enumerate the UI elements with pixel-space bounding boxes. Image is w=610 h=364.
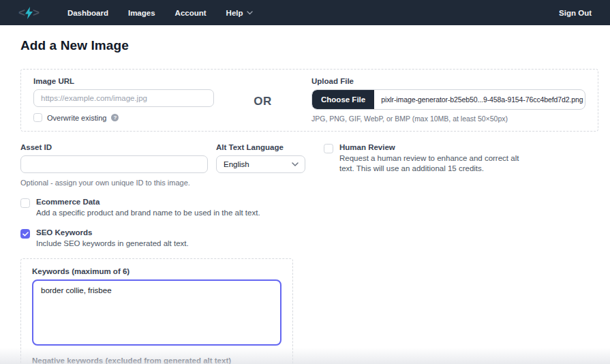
seo-keywords-text: SEO Keywords Include SEO keywords in gen… — [36, 228, 189, 249]
asset-id-input[interactable] — [20, 155, 208, 173]
ecommerce-text: Ecommerce Data Add a specific product an… — [36, 198, 260, 218]
nav-item-help[interactable]: Help — [226, 9, 253, 17]
nav-item-help-label: Help — [226, 9, 243, 17]
nav-item-dashboard[interactable]: Dashboard — [67, 9, 108, 17]
image-source-panel: Image URL Overwrite existing ? OR Upload… — [20, 69, 598, 132]
nav-item-dashboard-label: Dashboard — [67, 9, 108, 17]
keywords-textarea[interactable]: border collie, frisbee — [32, 279, 281, 346]
upload-file-label: Upload File — [311, 77, 585, 85]
upload-file-column: Upload File Choose File pixlr-image-gene… — [311, 77, 585, 123]
asset-id-column: Asset ID Optional - assign your own uniq… — [20, 143, 208, 187]
main-content: Add a New Image Image URL Overwrite exis… — [20, 38, 598, 249]
human-review-section: Human Review Request a human review to e… — [324, 143, 525, 174]
ecommerce-description: Add a specific product and brand name to… — [36, 208, 260, 218]
page-title: Add a New Image — [20, 38, 598, 53]
asset-language-row: Asset ID Optional - assign your own uniq… — [20, 143, 598, 187]
file-upload-control: Choose File pixlr-image-generator-b25eb5… — [311, 89, 585, 110]
nav-item-images[interactable]: Images — [128, 9, 155, 17]
overwrite-existing-checkbox[interactable] — [33, 113, 42, 122]
image-url-input[interactable] — [33, 89, 214, 107]
sign-out-label: Sign Out — [559, 9, 592, 17]
ecommerce-checkbox[interactable] — [20, 198, 30, 208]
language-select[interactable]: English — [216, 155, 305, 173]
seo-keywords-section: SEO Keywords Include SEO keywords in gen… — [20, 228, 598, 249]
negative-keywords-label: Negative keywords (excluded from generat… — [32, 357, 281, 364]
right-bracket-glyph: > — [33, 7, 40, 18]
language-label: Alt Text Language — [216, 143, 305, 151]
language-selected-value: English — [224, 160, 249, 168]
human-review-text: Human Review Request a human review to e… — [339, 143, 525, 174]
human-review-description: Request a human review to enhance and co… — [339, 153, 525, 174]
seo-keywords-description: Include SEO keywords in generated alt te… — [36, 239, 189, 249]
ecommerce-label: Ecommerce Data — [36, 198, 260, 206]
selected-filename: pixlr-image-generator-b25eb50...9-458a-9… — [374, 90, 585, 109]
asset-id-help: Optional - assign your own unique ID to … — [20, 179, 208, 187]
language-column: Alt Text Language English — [216, 143, 305, 173]
overwrite-existing-label: Overwrite existing — [47, 114, 106, 122]
ecommerce-section: Ecommerce Data Add a specific product an… — [20, 198, 598, 218]
upload-format-help: JPG, PNG, GIF, WebP, or BMP (max 10MB, a… — [311, 115, 585, 123]
nav-links: Dashboard Images Account Help — [67, 9, 253, 17]
select-chevron-icon — [292, 162, 299, 166]
help-question-icon[interactable]: ? — [111, 114, 119, 121]
seo-keywords-checkbox[interactable] — [20, 229, 30, 239]
keywords-panel: Keywords (maximum of 6) border collie, f… — [20, 258, 293, 364]
nav-item-account-label: Account — [175, 9, 207, 17]
choose-file-button[interactable]: Choose File — [312, 90, 374, 109]
or-divider: OR — [214, 77, 311, 108]
seo-keywords-label: SEO Keywords — [36, 228, 189, 237]
human-review-label: Human Review — [339, 143, 525, 151]
chevron-down-icon — [247, 11, 253, 15]
human-review-checkbox[interactable] — [324, 144, 333, 153]
image-url-label: Image URL — [33, 77, 214, 85]
nav-item-images-label: Images — [128, 9, 155, 17]
keywords-label: Keywords (maximum of 6) — [32, 267, 281, 275]
overwrite-existing-row: Overwrite existing ? — [33, 113, 214, 122]
nav-item-account[interactable]: Account — [175, 9, 207, 17]
top-navbar: < > Dashboard Images Account Help Sign O… — [0, 0, 610, 25]
brand-logo[interactable]: < > — [18, 7, 40, 19]
sign-out-button[interactable]: Sign Out — [559, 9, 592, 17]
image-url-column: Image URL Overwrite existing ? — [33, 77, 214, 122]
asset-id-label: Asset ID — [20, 143, 208, 151]
